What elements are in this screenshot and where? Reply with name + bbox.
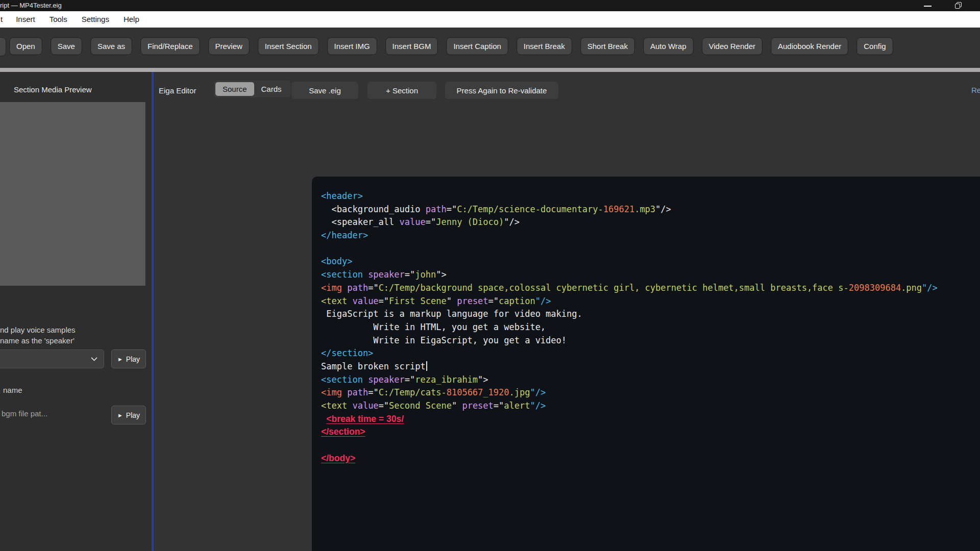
code-content: <header> <background_audio path="C:/Temp… bbox=[321, 190, 938, 465]
restore-button[interactable] bbox=[947, 0, 970, 11]
play-icon: ► bbox=[117, 412, 123, 418]
code-line: <speaker_all value="Jenny (Dioco)"/> bbox=[321, 216, 938, 229]
play-voice-label: Play bbox=[126, 355, 140, 363]
code-line: <section speaker="reza_ibrahim"> bbox=[321, 373, 938, 387]
view-mode-segment: SourceCards bbox=[214, 81, 290, 97]
toolbar-button-insert-break[interactable]: Insert Break bbox=[517, 37, 572, 55]
code-line bbox=[321, 242, 938, 256]
editor-title: Eiga Editor bbox=[159, 86, 196, 95]
code-line: <section speaker="john"> bbox=[321, 268, 938, 282]
menu-item-insert[interactable]: Insert bbox=[9, 11, 42, 28]
chevron-down-icon bbox=[91, 355, 97, 361]
minimize-button[interactable] bbox=[916, 0, 940, 11]
name-label: name bbox=[3, 386, 22, 394]
voice-select[interactable] bbox=[0, 349, 104, 368]
code-line: <body> bbox=[321, 255, 938, 268]
toolbar-button-video-render[interactable]: Video Render bbox=[702, 37, 763, 55]
toolbar-button-auto-wrap[interactable]: Auto Wrap bbox=[643, 37, 694, 55]
play-icon: ► bbox=[117, 356, 123, 362]
code-line bbox=[321, 439, 938, 452]
code-editor[interactable]: <header> <background_audio path="C:/Temp… bbox=[312, 177, 980, 551]
code-line: <header> bbox=[321, 190, 938, 203]
add-section-button[interactable]: + Section bbox=[368, 82, 436, 99]
revalidate-button[interactable]: Press Again to Re-validate bbox=[445, 82, 558, 99]
code-line: Write in HTML, you get a website, bbox=[321, 321, 938, 334]
save-eig-button[interactable]: Save .eig bbox=[291, 82, 358, 99]
toolbar-button-insert-img[interactable]: Insert IMG bbox=[327, 37, 377, 55]
code-line: Sample broken script bbox=[321, 360, 938, 373]
play-bgm-button[interactable]: ► Play bbox=[111, 406, 146, 424]
tab-cards[interactable]: Cards bbox=[254, 82, 289, 96]
menu-bar: tInsertToolsSettingsHelp bbox=[0, 11, 980, 28]
menu-item-settings[interactable]: Settings bbox=[75, 11, 116, 28]
editor-panel: Eiga Editor SourceCards Save .eig + Sect… bbox=[154, 72, 980, 551]
play-voice-button[interactable]: ► Play bbox=[111, 349, 146, 368]
toolbar-button-save-as[interactable]: Save as bbox=[90, 37, 132, 55]
menu-item-tools[interactable]: Tools bbox=[42, 11, 75, 28]
bgm-file-path-placeholder: bgm file pat... bbox=[2, 409, 47, 418]
toolbar-button-insert-bgm[interactable]: Insert BGM bbox=[385, 37, 438, 55]
toolbar-button-config[interactable]: Config bbox=[856, 37, 893, 55]
menu-item-t[interactable]: t bbox=[0, 11, 9, 28]
code-line: <img path="C:/Temp/cats-8105667_1920.jpg… bbox=[321, 386, 938, 399]
section-media-preview-title: Section Media Preview bbox=[14, 85, 92, 94]
code-line: </body> bbox=[321, 452, 938, 465]
voice-sample-hint-line1: nd play voice samples bbox=[0, 325, 76, 334]
toolbar-button-find-replace[interactable]: Find/Replace bbox=[140, 37, 200, 55]
code-line: <break time = 30s/ bbox=[321, 413, 938, 426]
code-line: <background_audio path="C:/Temp/science-… bbox=[321, 203, 938, 216]
separator-bar bbox=[0, 68, 980, 72]
window-title: ript — MP4Tester.eig bbox=[0, 2, 62, 9]
text-cursor bbox=[426, 361, 427, 371]
menu-item-help[interactable]: Help bbox=[116, 11, 146, 28]
right-partial-button[interactable]: Re bbox=[971, 86, 980, 94]
toolbar-button-short-break[interactable]: Short Break bbox=[580, 37, 635, 55]
code-line: <text value="Second Scene" preset="alert… bbox=[321, 399, 938, 413]
code-line: <text value="First Scene" preset="captio… bbox=[321, 295, 938, 308]
play-bgm-label: Play bbox=[126, 411, 140, 419]
code-line: </header> bbox=[321, 229, 938, 242]
code-line: </section> bbox=[321, 425, 938, 439]
code-line: <img path="C:/Temp/background space,colo… bbox=[321, 282, 938, 295]
sidebar: Section Media Preview nd play voice samp… bbox=[0, 72, 152, 551]
code-line: </section> bbox=[321, 347, 938, 360]
toolbar-button-insert-caption[interactable]: Insert Caption bbox=[446, 37, 508, 55]
toolbar: OpenSaveSave asFind/ReplacePreviewInsert… bbox=[0, 28, 980, 68]
toolbar-button-preview[interactable]: Preview bbox=[208, 37, 250, 55]
toolbar-button-partial[interactable] bbox=[0, 37, 6, 56]
toolbar-button-open[interactable]: Open bbox=[9, 37, 42, 55]
title-bar: ript — MP4Tester.eig bbox=[0, 0, 980, 11]
minimize-icon bbox=[924, 6, 932, 7]
code-line: EigaScript is a markup language for vide… bbox=[321, 308, 938, 321]
toolbar-button-audiobook-render[interactable]: Audiobook Render bbox=[771, 37, 848, 55]
toolbar-button-insert-section[interactable]: Insert Section bbox=[258, 37, 319, 55]
media-preview-area bbox=[0, 102, 145, 286]
tab-source[interactable]: Source bbox=[215, 82, 254, 96]
code-line: Write in EigaScript, you get a video! bbox=[321, 334, 938, 347]
toolbar-button-save[interactable]: Save bbox=[51, 37, 82, 55]
voice-sample-hint-line2: name as the 'speaker' bbox=[0, 336, 75, 345]
